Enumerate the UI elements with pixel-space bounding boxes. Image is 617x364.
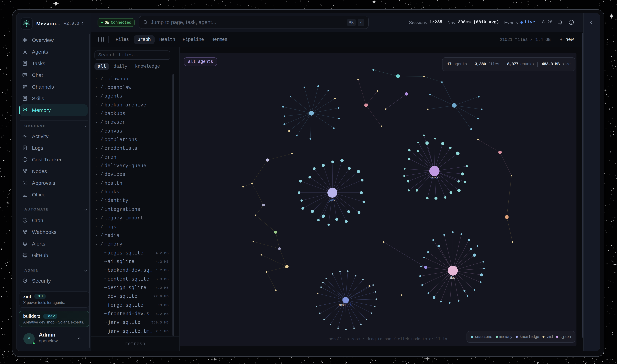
svg-text:forge: forge: [430, 176, 438, 180]
svg-text:research: research: [339, 303, 352, 307]
svg-text:jarv: jarv: [329, 198, 335, 201]
svg-text:dev: dev: [450, 276, 455, 279]
